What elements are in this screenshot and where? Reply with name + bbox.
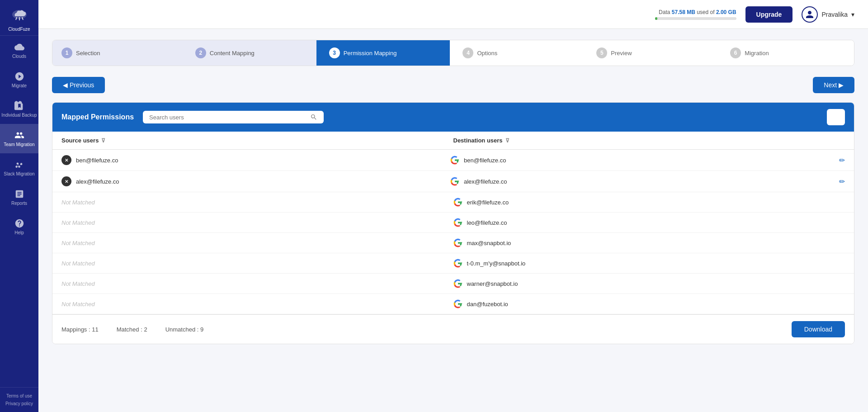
step-migration[interactable]: 6 Migration: [717, 40, 854, 66]
sidebar-item-label-clouds: Clouds: [12, 54, 26, 59]
step-label-3: Permission Mapping: [344, 50, 397, 57]
step-label-6: Migration: [745, 50, 769, 57]
not-matched-label: Not Matched: [61, 199, 95, 206]
google-workspace-icon: [453, 238, 462, 247]
col-header-dest: Destination users ⊽: [453, 137, 845, 144]
storage-progress-bar: [655, 17, 736, 20]
sidebar-item-migrate[interactable]: Migrate: [0, 65, 38, 95]
storage-info: Data 57.58 MB used of 2.00 GB: [655, 9, 736, 20]
search-box[interactable]: [143, 111, 324, 123]
nav-buttons: ◀ Previous Next ▶: [52, 77, 854, 93]
edit-icon[interactable]: ✏: [839, 177, 845, 186]
dest-cell: max@snapbot.io: [453, 238, 845, 247]
not-matched-label: Not Matched: [61, 260, 95, 267]
table-row: Not Matched t-0.m_m'y@snapbot.io: [52, 253, 854, 274]
download-button[interactable]: Download: [792, 321, 845, 337]
data-total: 2.00 GB: [716, 9, 736, 15]
unmatched-stat: Unmatched : 9: [165, 326, 204, 333]
source-user-avatar: ✕: [61, 176, 71, 186]
step-options[interactable]: 4 Options: [450, 40, 590, 66]
dest-email: warner@snapbot.io: [467, 280, 518, 287]
sidebar-item-slack-migration[interactable]: Slack Migration: [0, 153, 38, 183]
step-content-mapping[interactable]: 2 Content Mapping: [183, 40, 323, 66]
main-content: Data 57.58 MB used of 2.00 GB Upgrade Pr…: [38, 0, 868, 412]
source-cell: Not Matched: [61, 240, 453, 246]
sidebar-app-name: CloudFuze: [8, 27, 30, 32]
not-matched-label: Not Matched: [61, 301, 95, 308]
edit-icon[interactable]: ✏: [839, 156, 845, 165]
dest-email: erik@filefuze.co: [467, 199, 509, 206]
dest-email: t-0.m_m'y@snapbot.io: [467, 260, 526, 267]
source-cell: Not Matched: [61, 199, 453, 206]
dest-cell: alex@filefuze.co: [450, 177, 839, 186]
sidebar-item-label-team-migration: Team Migration: [4, 142, 34, 147]
step-number-6: 6: [730, 47, 741, 58]
step-number-2: 2: [195, 47, 206, 58]
step-number-1: 1: [61, 47, 72, 58]
source-cell: Not Matched: [61, 260, 453, 267]
source-cell: Not Matched: [61, 280, 453, 287]
sidebar-item-label-migrate: Migrate: [12, 83, 27, 88]
not-matched-label: Not Matched: [61, 219, 95, 226]
table-header: Mapped Permissions: [52, 103, 854, 132]
sidebar-item-label-individual-backup: Individual Backup: [1, 113, 37, 118]
source-email: ben@filefuze.co: [76, 157, 118, 164]
upgrade-button[interactable]: Upgrade: [745, 6, 793, 23]
mapped-permissions-table: Mapped Permissions Source users ⊽ Destin…: [52, 102, 854, 344]
terms-of-use-link[interactable]: Terms of use: [0, 392, 38, 400]
stepper: 1 Selection 2 Content Mapping 3 Permissi…: [52, 40, 854, 66]
dest-cell: leo@filefuze.co: [453, 218, 845, 227]
step-permission-mapping[interactable]: 3 Permission Mapping: [316, 40, 457, 66]
sidebar-item-clouds[interactable]: Clouds: [0, 36, 38, 65]
step-number-5: 5: [596, 47, 607, 58]
csv-download-button[interactable]: [827, 109, 845, 125]
sidebar-item-help[interactable]: Help: [0, 212, 38, 242]
not-matched-label: Not Matched: [61, 280, 95, 287]
dest-email: dan@fuzebot.io: [467, 301, 508, 308]
next-button[interactable]: Next ▶: [813, 77, 854, 93]
col-dest-label: Destination users: [453, 137, 503, 144]
table-row: Not Matched dan@fuzebot.io: [52, 294, 854, 314]
matched-stat: Matched : 2: [117, 326, 147, 333]
search-input[interactable]: [149, 114, 307, 121]
sidebar-item-reports[interactable]: Reports: [0, 183, 38, 212]
step-preview[interactable]: 5 Preview: [584, 40, 724, 66]
dest-cell: dan@fuzebot.io: [453, 299, 845, 308]
table-row: Not Matched max@snapbot.io: [52, 233, 854, 253]
sidebar-logo: CloudFuze: [0, 0, 38, 36]
content-area: 1 Selection 2 Content Mapping 3 Permissi…: [38, 29, 868, 412]
dest-email: ben@filefuze.co: [464, 157, 506, 164]
dest-filter-icon[interactable]: ⊽: [505, 137, 509, 144]
user-dropdown-icon: ▾: [851, 11, 854, 18]
google-workspace-icon: [453, 299, 462, 308]
step-label-2: Content Mapping: [210, 50, 255, 57]
google-workspace-icon: [453, 279, 462, 288]
step-label-5: Preview: [611, 50, 632, 57]
sidebar-item-individual-backup[interactable]: Individual Backup: [0, 95, 38, 124]
dest-cell: ben@filefuze.co: [450, 156, 839, 165]
sidebar-item-label-slack-migration: Slack Migration: [4, 171, 34, 176]
google-workspace-icon: [450, 156, 459, 165]
source-filter-icon[interactable]: ⊽: [101, 137, 105, 144]
sidebar-item-team-migration[interactable]: Team Migration: [0, 124, 38, 153]
step-selection[interactable]: 1 Selection: [52, 40, 189, 66]
user-profile[interactable]: Pravalika ▾: [802, 6, 854, 23]
table-row: Not Matched warner@snapbot.io: [52, 274, 854, 294]
dest-cell: t-0.m_m'y@snapbot.io: [453, 259, 845, 268]
dest-cell: warner@snapbot.io: [453, 279, 845, 288]
source-cell: Not Matched: [61, 301, 453, 308]
table-row: ✕ ben@filefuze.co ben@filefuze.co ✏: [52, 150, 854, 171]
avatar: [802, 6, 818, 23]
source-cell: ✕ alex@filefuze.co: [61, 176, 450, 186]
table-row: Not Matched leo@filefuze.co: [52, 213, 854, 233]
storage-text: Data 57.58 MB used of 2.00 GB: [659, 9, 736, 15]
previous-button[interactable]: ◀ Previous: [52, 77, 105, 93]
data-used: 57.58 MB: [672, 9, 695, 15]
sidebar-bottom: Terms of use Privacy policy: [0, 387, 38, 412]
column-headers: Source users ⊽ Destination users ⊽: [52, 132, 854, 150]
privacy-policy-link[interactable]: Privacy policy: [0, 400, 38, 407]
dest-email: max@snapbot.io: [467, 240, 511, 246]
source-cell: Not Matched: [61, 219, 453, 226]
cloudfuze-logo-icon: [11, 6, 28, 26]
source-user-avatar: ✕: [61, 155, 71, 165]
